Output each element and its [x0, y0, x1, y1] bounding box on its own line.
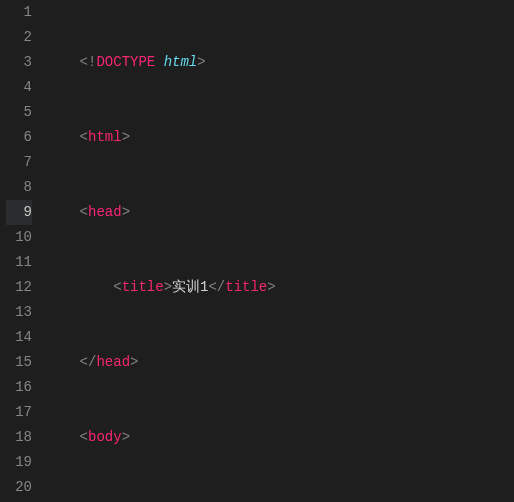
code-line[interactable]: <title>实训1</title>: [42, 275, 514, 300]
line-number: 15: [6, 350, 32, 375]
code-line[interactable]: <!DOCTYPE html>: [42, 50, 514, 75]
line-number: 11: [6, 250, 32, 275]
code-editor[interactable]: 1 2 3 4 5 6 7 8 9 10 11 12 13 14 15 16 1…: [0, 0, 514, 502]
line-number: 6: [6, 125, 32, 150]
line-number: 2: [6, 25, 32, 50]
line-number: 16: [6, 375, 32, 400]
line-number: 20: [6, 475, 32, 500]
code-area[interactable]: <!DOCTYPE html> <html> <head> <title>实训1…: [42, 0, 514, 502]
line-number: 5: [6, 100, 32, 125]
line-number: 17: [6, 400, 32, 425]
line-number: 8: [6, 175, 32, 200]
line-number-gutter: 1 2 3 4 5 6 7 8 9 10 11 12 13 14 15 16 1…: [0, 0, 42, 502]
line-number: 9: [6, 200, 32, 225]
line-number: 1: [6, 0, 32, 25]
line-number: 18: [6, 425, 32, 450]
code-line[interactable]: <head>: [42, 200, 514, 225]
line-number: 4: [6, 75, 32, 100]
line-number: 19: [6, 450, 32, 475]
code-line[interactable]: <body>: [42, 425, 514, 450]
line-number: 10: [6, 225, 32, 250]
line-number: 14: [6, 325, 32, 350]
code-line[interactable]: <html>: [42, 125, 514, 150]
line-number: 3: [6, 50, 32, 75]
line-number: 12: [6, 275, 32, 300]
line-number: 7: [6, 150, 32, 175]
code-line[interactable]: </head>: [42, 350, 514, 375]
line-number: 13: [6, 300, 32, 325]
